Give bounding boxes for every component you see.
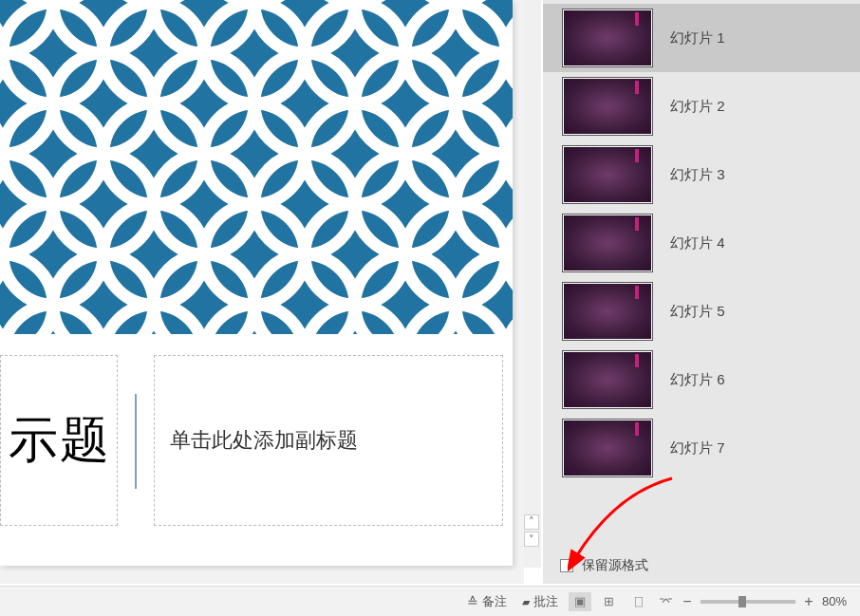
reuse-slide-thumbnail	[562, 214, 653, 272]
zoom-percent[interactable]: 80%	[822, 594, 860, 608]
notes-button[interactable]: 备注	[459, 589, 514, 614]
reuse-slide-item[interactable]: 幻灯片 4	[543, 209, 860, 277]
reuse-slide-thumbnail	[562, 77, 653, 136]
editor-scroll-up-button[interactable]: ˄	[524, 514, 539, 530]
slide-pattern-background	[0, 0, 513, 334]
reuse-slide-label: 幻灯片 3	[670, 166, 725, 184]
reuse-slide-thumbnail	[562, 350, 653, 409]
reuse-slide-item[interactable]: 幻灯片 3	[543, 140, 860, 209]
reuse-slide-thumbnail	[562, 282, 653, 341]
view-reading-icon	[635, 594, 640, 608]
view-slideshow-icon	[659, 594, 673, 608]
reuse-slide-item[interactable]: 幻灯片 5	[543, 277, 860, 345]
title-row: 示题 单击此处添加副标题	[0, 355, 513, 528]
keep-source-formatting-row[interactable]: 保留源格式	[556, 556, 648, 575]
reuse-slides-panel: 幻灯片 1幻灯片 2幻灯片 3幻灯片 4幻灯片 5幻灯片 6幻灯片 7 保留源格…	[543, 0, 860, 584]
view-sorter-button[interactable]	[597, 592, 620, 611]
status-bar: 备注 批注 − + 80%	[0, 586, 860, 616]
reuse-slide-label: 幻灯片 1	[670, 29, 725, 47]
view-normal-button[interactable]	[569, 592, 591, 611]
reuse-slide-item[interactable]: 幻灯片 7	[543, 414, 860, 482]
subtitle-placeholder[interactable]: 单击此处添加副标题	[154, 355, 503, 526]
keep-source-formatting-checkbox[interactable]	[560, 559, 573, 572]
zoom-out-button[interactable]: −	[680, 593, 695, 610]
view-reading-button[interactable]	[626, 592, 648, 611]
title-divider	[135, 394, 137, 489]
reuse-slide-label: 幻灯片 6	[670, 371, 725, 389]
comments-button[interactable]: 批注	[514, 589, 566, 614]
editor-scroll-track[interactable]	[524, 0, 541, 568]
reuse-slide-item[interactable]: 幻灯片 1	[543, 4, 860, 72]
reuse-slide-label: 幻灯片 2	[670, 98, 725, 116]
svg-rect-6	[0, 0, 513, 334]
comments-icon	[522, 594, 530, 608]
view-normal-icon	[574, 594, 586, 608]
title-placeholder[interactable]: 示题	[0, 355, 118, 526]
slide-editor-area: 示题 单击此处添加副标题	[0, 0, 524, 584]
reuse-slide-label: 幻灯片 4	[670, 234, 725, 252]
notes-icon	[467, 594, 478, 609]
view-sorter-icon	[604, 594, 614, 608]
slide-canvas[interactable]: 示题 单击此处添加副标题	[0, 0, 513, 566]
notes-label: 备注	[482, 593, 507, 610]
zoom-slider[interactable]	[701, 600, 795, 604]
zoom-slider-knob[interactable]	[738, 596, 746, 607]
reuse-slide-thumbnail	[562, 9, 653, 67]
reuse-slide-item[interactable]: 幻灯片 2	[543, 72, 860, 140]
quatrefoil-pattern	[0, 0, 513, 334]
reuse-slide-thumbnail	[562, 419, 653, 477]
reuse-slide-thumbnail	[562, 145, 653, 204]
reuse-slide-label: 幻灯片 7	[670, 439, 725, 457]
view-slideshow-button[interactable]	[654, 592, 677, 611]
editor-scroll-down-button[interactable]: ˅	[524, 532, 539, 547]
reuse-slide-item[interactable]: 幻灯片 6	[543, 345, 860, 414]
keep-source-formatting-label: 保留源格式	[582, 557, 648, 574]
reuse-slides-list: 幻灯片 1幻灯片 2幻灯片 3幻灯片 4幻灯片 5幻灯片 6幻灯片 7	[543, 4, 860, 482]
comments-label: 批注	[533, 593, 558, 610]
zoom-in-button[interactable]: +	[801, 593, 816, 610]
reuse-slide-label: 幻灯片 5	[670, 303, 725, 321]
